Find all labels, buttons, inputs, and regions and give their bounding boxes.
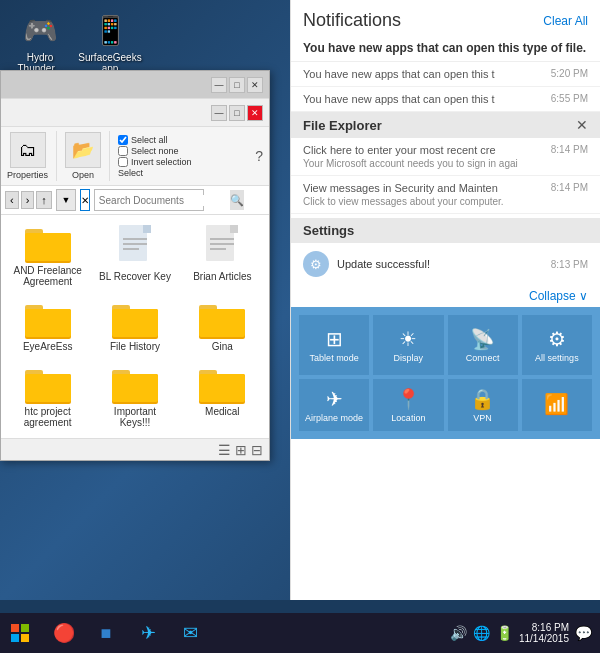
minimize-btn-bg[interactable]: — [211, 77, 227, 93]
taskbar-time[interactable]: 8:16 PM 11/14/2015 [519, 622, 569, 644]
notif-item-0[interactable]: 5:20 PM You have new apps that can open … [291, 62, 600, 87]
fe-title-bar-bg: — □ ✕ [1, 71, 269, 99]
minimize-btn[interactable]: — [211, 105, 227, 121]
action-tiles-row2: ✈ Airplane mode 📍 Location 🔒 VPN 📶 [299, 379, 592, 431]
properties-group: 🗂 Properties [7, 132, 48, 180]
file-grid: AND Freelance Agreement BL Recover Key B… [1, 215, 269, 438]
airplane-mode-tile[interactable]: ✈ Airplane mode [299, 379, 369, 431]
taskbar-app-mail[interactable]: ✉ [170, 614, 210, 652]
notif-item-1[interactable]: 6:55 PM You have new apps that can open … [291, 87, 600, 112]
volume-icon[interactable]: 🔊 [450, 625, 467, 641]
select-none-item[interactable]: Select none [118, 146, 192, 156]
network-icon[interactable]: 🌐 [473, 625, 490, 641]
address-dropdown-btn[interactable]: ▼ [56, 189, 76, 211]
search-input[interactable] [95, 195, 230, 206]
search-box: 🔍 [94, 189, 204, 211]
fe-notif-time-0: 8:14 PM [551, 144, 588, 155]
svg-rect-20 [112, 309, 158, 337]
fe-notif-text-0: Click here to enter your most recent cre [303, 144, 588, 156]
close-address-btn[interactable]: ✕ [80, 189, 90, 211]
file-item-8[interactable]: Medical [182, 362, 263, 432]
vpn-tile[interactable]: 🔒 VPN [448, 379, 518, 431]
file-item-1[interactable]: BL Recover Key [94, 221, 175, 291]
chevron-down-icon: ▼ [61, 195, 70, 205]
open-btn[interactable]: 📂 [65, 132, 101, 168]
file-name-5: Gina [212, 341, 233, 352]
close-btn-bg[interactable]: ✕ [247, 77, 263, 93]
svg-rect-26 [25, 374, 71, 402]
wifi-tile[interactable]: 📶 [522, 379, 592, 431]
tile-view-btn[interactable]: ⊟ [251, 442, 263, 458]
svg-rect-5 [143, 225, 151, 233]
forward-btn[interactable]: › [21, 191, 35, 209]
properties-btn[interactable]: 🗂 [10, 132, 46, 168]
select-none-checkbox[interactable] [118, 146, 128, 156]
grid-view-btn[interactable]: ⊞ [235, 442, 247, 458]
fe-section-close-btn[interactable]: ✕ [576, 117, 588, 133]
connect-label: Connect [466, 353, 500, 363]
notif-text-0: You have new apps that can open this t [303, 68, 588, 80]
file-item-5[interactable]: Gina [182, 297, 263, 356]
desktop-icon-surface-geeks[interactable]: 📱 SurfaceGeeks app [80, 10, 140, 74]
taskbar-app-2[interactable]: ■ [86, 614, 126, 652]
battery-icon[interactable]: 🔋 [496, 625, 513, 641]
taskbar-app-telegram[interactable]: ✈ [128, 614, 168, 652]
file-item-2[interactable]: Brian Articles [182, 221, 263, 291]
file-item-3[interactable]: EyeAreEss [7, 297, 88, 356]
maximize-btn-bg[interactable]: □ [229, 77, 245, 93]
tablet-mode-tile[interactable]: ⊞ Tablet mode [299, 315, 369, 375]
doc-icon-2 [204, 225, 240, 269]
list-view-btn[interactable]: ☰ [218, 442, 231, 458]
up-btn[interactable]: ↑ [36, 191, 52, 209]
taskbar-right: 🔊 🌐 🔋 8:16 PM 11/14/2015 💬 [450, 622, 600, 644]
fe-notif-1[interactable]: 8:14 PM View messages in Security and Ma… [291, 176, 600, 214]
properties-label: Properties [7, 170, 48, 180]
fe-notif-text-1: View messages in Security and Mainten [303, 182, 588, 194]
file-item-7[interactable]: Important Keys!!! [94, 362, 175, 432]
invert-selection-item[interactable]: Invert selection [118, 157, 192, 167]
svg-rect-33 [11, 624, 19, 632]
fe-section-header: File Explorer ✕ [291, 112, 600, 138]
hydro-thunder-icon: 🎮 [20, 10, 60, 50]
select-all-checkbox[interactable] [118, 135, 128, 145]
settings-item-0[interactable]: ⚙ Update successful! 8:13 PM [303, 247, 588, 281]
telegram-icon: ✈ [141, 622, 156, 644]
select-all-item[interactable]: Select all [118, 135, 192, 145]
clock-date: 11/14/2015 [519, 633, 569, 644]
fe-window-controls-bg: — □ ✕ [211, 77, 263, 93]
display-label: Display [394, 353, 424, 363]
action-center-icon[interactable]: 💬 [575, 625, 592, 641]
file-name-4: File History [110, 341, 160, 352]
fe-notif-0[interactable]: 8:14 PM Click here to enter your most re… [291, 138, 600, 176]
file-item-6[interactable]: htc project agreement [7, 362, 88, 432]
address-bar: ‹ › ↑ ▼ ✕ 🔍 [1, 186, 269, 215]
back-btn[interactable]: ‹ [5, 191, 19, 209]
close-btn[interactable]: ✕ [247, 105, 263, 121]
all-settings-tile[interactable]: ⚙ All settings [522, 315, 592, 375]
display-tile[interactable]: ☀ Display [373, 315, 443, 375]
doc-icon-1 [117, 225, 153, 269]
maximize-btn[interactable]: □ [229, 105, 245, 121]
action-center: ⊞ Tablet mode ☀ Display 📡 Connect ⚙ All … [291, 307, 600, 439]
help-btn[interactable]: ? [255, 148, 263, 164]
clear-all-btn[interactable]: Clear All [543, 14, 588, 28]
collapse-btn[interactable]: Collapse ∨ [291, 285, 600, 307]
file-name-6: htc project agreement [12, 406, 84, 428]
notifications-title: Notifications [303, 10, 401, 31]
location-label: Location [391, 413, 425, 423]
start-btn[interactable] [0, 613, 40, 653]
taskbar-app-vlc[interactable]: 🔴 [44, 614, 84, 652]
all-settings-icon: ⚙ [548, 327, 566, 351]
invert-checkbox[interactable] [118, 157, 128, 167]
folder-icon-6 [25, 366, 71, 404]
file-explorer-window: — □ ✕ — □ ✕ 🗂 Properties [0, 70, 270, 461]
desktop-icon-hydro-thunder[interactable]: 🎮 Hydro Thunder... [10, 10, 70, 74]
file-item-4[interactable]: File History [94, 297, 175, 356]
file-item-0[interactable]: AND Freelance Agreement [7, 221, 88, 291]
connect-tile[interactable]: 📡 Connect [448, 315, 518, 375]
fe-status-bar: ☰ ⊞ ⊟ [1, 438, 269, 460]
search-btn[interactable]: 🔍 [230, 190, 244, 210]
location-tile[interactable]: 📍 Location [373, 379, 443, 431]
file-name-0: AND Freelance Agreement [12, 265, 84, 287]
airplane-mode-label: Airplane mode [305, 413, 363, 423]
